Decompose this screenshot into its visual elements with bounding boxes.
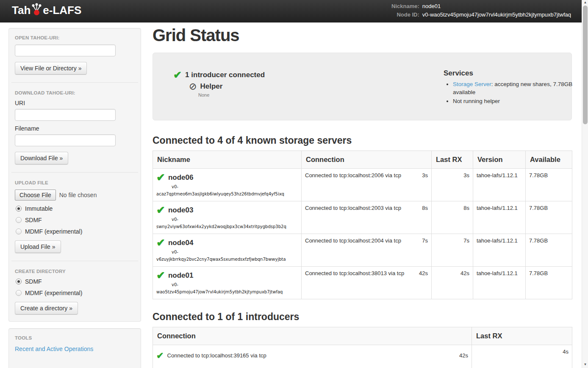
tools-panel: TOOLS Recent and Active Operations — [8, 328, 141, 368]
available-cell: 7.78GB — [526, 169, 572, 201]
top-navbar: Tah e-LAFS Nickname: node01 Node ID: v0-… — [0, 0, 582, 22]
server-node-id: v0-swny2viyw63ofxwi4x2yykd2woqjbpx3cw34x… — [156, 216, 288, 230]
sidebar-forms-panel: OPEN TAHOE-URI: View File or Directory »… — [8, 28, 141, 322]
filename-field-label: Filename — [15, 125, 135, 132]
col-available: Available — [526, 151, 572, 169]
dir-mdmf-radio[interactable] — [16, 290, 22, 296]
connected-check-icon: ✔ — [156, 205, 165, 215]
version-cell: tahoe-lafs/1.12.1 — [473, 169, 526, 201]
scrollbar-down-icon[interactable]: ▼ — [582, 362, 588, 367]
upload-sdmf-radio[interactable] — [16, 217, 22, 223]
version-cell: tahoe-lafs/1.12.1 — [473, 267, 526, 299]
connection-cell: Connected to tcp:localhost:2004 via tcp7… — [302, 234, 432, 267]
tahoe-logo-dot-icon — [31, 3, 42, 16]
immutable-radio[interactable] — [16, 206, 22, 212]
page-title: Grid Status — [153, 26, 572, 45]
last-rx-cell: 3s — [432, 169, 473, 201]
services-section: Services Storage Server: accepting new s… — [444, 69, 583, 106]
available-cell: 7.78GB — [526, 201, 572, 234]
connected-check-icon: ✔ — [156, 270, 165, 281]
immutable-radio-label: Immutable — [25, 205, 53, 212]
last-rx-cell: 4s — [472, 345, 572, 368]
storage-servers-heading: Connected to 4 of 4 known storage server… — [153, 135, 572, 146]
connection-cell: Connected to tcp:localhost:38013 via tcp… — [302, 267, 432, 299]
download-uri-input[interactable] — [15, 109, 116, 121]
table-row: ✔Connected to tcp:localhost:39165 via tc… — [153, 345, 572, 368]
recent-operations-link[interactable]: Recent and Active Operations — [15, 346, 93, 352]
open-uri-input[interactable] — [15, 45, 116, 56]
tools-label: TOOLS — [15, 335, 135, 340]
download-uri-section: DOWNLOAD TAHOE-URI: URI Filename Downloa… — [15, 90, 135, 164]
nickname-cell: ✔node06 v0-acaz7qptmeo6m3asjlgkb6iwlyuqe… — [153, 169, 302, 201]
upload-mdmf-radio-label: MDMF (experimental) — [25, 228, 82, 235]
introducers-table: Connection Last RX ✔Connected to tcp:loc… — [153, 327, 572, 368]
scrollbar-up-icon[interactable]: ▲ — [582, 0, 588, 5]
scrollbar-thumb[interactable] — [583, 6, 588, 124]
file-chosen-status: No file chosen — [59, 192, 97, 198]
available-cell: 7.78GB — [526, 234, 572, 267]
sidebar: OPEN TAHOE-URI: View File or Directory »… — [8, 28, 141, 368]
connection-time: 7s — [422, 237, 428, 244]
nickname-value: node01 — [422, 3, 571, 10]
node-id-label: Node ID: — [391, 11, 419, 18]
upload-format-option-mdmf: MDMF (experimental) — [15, 228, 135, 235]
table-row: ✔node06 v0-acaz7qptmeo6m3asjlgkb6iwlyuqe… — [153, 169, 572, 201]
connected-check-icon: ✔ — [156, 172, 165, 183]
upload-file-button[interactable]: Upload File » — [15, 240, 61, 253]
upload-file-label: UPLOAD FILE — [15, 180, 135, 185]
nickname-cell: ✔node01 v0-wao5tzv45pmoju47jow7rvl4ukirj… — [153, 267, 302, 299]
divider — [11, 82, 138, 83]
connection-time: 42s — [419, 270, 428, 276]
tahoe-lafs-logo: Tah e-LAFS — [12, 4, 81, 17]
upload-format-option-sdmf: SDMF — [15, 217, 135, 223]
nickname-cell: ✔node03 v0-swny2viyw63ofxwi4x2yykd2woqjb… — [153, 201, 302, 234]
connection-time: 3s — [422, 172, 428, 178]
upload-mdmf-radio[interactable] — [16, 229, 22, 234]
version-cell: tahoe-lafs/1.12.1 — [473, 201, 526, 234]
upload-format-option-immutable: Immutable — [15, 205, 135, 212]
last-rx-cell: 8s — [432, 201, 473, 234]
not-running-icon: ⊘ — [189, 82, 197, 91]
connected-check-icon: ✔ — [156, 351, 164, 360]
server-node-id: v0-v6zuyjkbrrkqy2bvc2cny7qwax5sxumedsxfz… — [156, 248, 288, 263]
last-rx-cell: 7s — [432, 234, 473, 267]
download-file-button[interactable]: Download File » — [15, 152, 68, 164]
nickname-cell: ✔node04 v0-v6zuyjkbrrkqy2bvc2cny7qwax5sx… — [153, 234, 302, 267]
connection-time: 8s — [422, 205, 428, 211]
uri-field-label: URI — [15, 100, 135, 106]
grid-status-summary: ✔ 1 introducer connected ⊘ Helper None S… — [153, 53, 572, 120]
connected-check-icon: ✔ — [156, 237, 165, 248]
connection-cell: Connected to tcp:localhost:2006 via tcp3… — [302, 169, 432, 201]
server-node-id: v0-acaz7qptmeo6m3asjlgkb6iwlyuqey53hz26t… — [156, 183, 288, 198]
dir-sdmf-radio[interactable] — [16, 279, 22, 284]
create-directory-button[interactable]: Create a directory » — [15, 302, 78, 315]
col-connection: Connection — [153, 327, 472, 345]
version-cell: tahoe-lafs/1.12.1 — [473, 234, 526, 267]
storage-server-link[interactable]: Storage Server — [453, 81, 491, 87]
divider — [11, 261, 138, 261]
open-uri-label: OPEN TAHOE-URI: — [15, 35, 135, 40]
view-file-button[interactable]: View File or Directory » — [15, 62, 87, 75]
create-directory-section: CREATE DIRECTORY SDMF MDMF (experimental… — [15, 269, 135, 315]
divider — [11, 172, 138, 173]
table-header-row: Connection Last RX — [153, 327, 572, 345]
upload-file-section: UPLOAD FILE Choose File No file chosen I… — [15, 180, 135, 253]
helper-title: Helper — [200, 82, 222, 91]
dir-sdmf-radio-label: SDMF — [25, 278, 42, 285]
filename-input[interactable] — [15, 134, 116, 146]
upload-sdmf-radio-label: SDMF — [25, 217, 42, 223]
table-header-row: Nickname Connection Last RX Version Avai… — [153, 151, 572, 169]
page-scrollbar[interactable]: ▲ ▼ — [582, 0, 588, 368]
table-row: ✔node04 v0-v6zuyjkbrrkqy2bvc2cny7qwax5sx… — [153, 234, 572, 267]
connection-time: 42s — [459, 351, 468, 359]
storage-servers-table: Nickname Connection Last RX Version Avai… — [153, 151, 572, 299]
col-connection: Connection — [302, 151, 432, 169]
choose-file-button[interactable]: Choose File — [15, 190, 56, 201]
connected-check-icon: ✔ — [173, 70, 182, 80]
dir-mdmf-radio-label: MDMF (experimental) — [25, 290, 82, 296]
col-last-rx: Last RX — [432, 151, 473, 169]
logo-text-post: e-LAFS — [43, 4, 81, 17]
col-last-rx: Last RX — [472, 327, 572, 345]
node-info: Nickname: node01 Node ID: v0-wao5tzv45pm… — [391, 3, 571, 18]
create-directory-label: CREATE DIRECTORY — [15, 269, 135, 274]
